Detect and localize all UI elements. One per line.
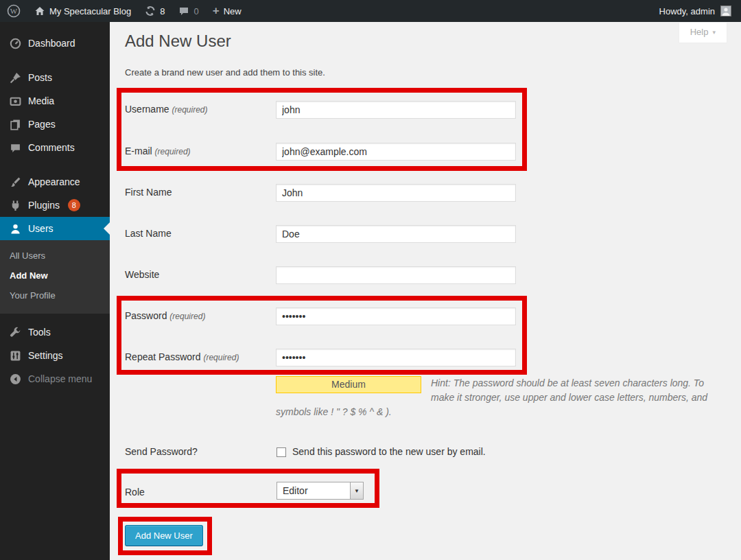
comments-link[interactable]: 0 <box>172 0 205 22</box>
plugins-update-badge: 8 <box>68 199 80 211</box>
sidebar-item-settings[interactable]: Settings <box>0 344 110 367</box>
howdy-label: Howdy, admin <box>659 6 715 16</box>
sidebar-item-dashboard[interactable]: Dashboard <box>0 32 110 55</box>
paintbrush-icon <box>10 176 21 188</box>
help-label: Help <box>690 27 709 37</box>
avatar <box>720 5 731 16</box>
add-new-user-button[interactable]: Add New User <box>125 525 203 546</box>
sidebar-label: Media <box>28 95 54 106</box>
sidebar-item-plugins[interactable]: Plugins 8 <box>0 194 110 217</box>
first-name-label: First Name <box>125 187 172 198</box>
role-label: Role <box>125 487 145 498</box>
send-password-label: Send Password? <box>125 446 198 457</box>
password-input[interactable] <box>276 307 516 325</box>
sidebar-label: Users <box>28 223 54 234</box>
sidebar-label: Collapse menu <box>28 373 92 384</box>
sidebar-item-comments[interactable]: Comments <box>0 136 110 159</box>
sidebar-label: Pages <box>28 119 56 130</box>
username-label: Username (required) <box>125 104 208 115</box>
submenu-item-all-users[interactable]: All Users <box>0 246 110 266</box>
first-name-input[interactable] <box>276 184 516 202</box>
comments-icon <box>10 142 21 154</box>
collapse-icon <box>10 373 21 385</box>
sidebar-item-collapse-menu[interactable]: Collapse menu <box>0 367 110 390</box>
sidebar-label: Posts <box>28 72 52 83</box>
wrench-icon <box>10 327 21 338</box>
pages-icon <box>10 119 21 130</box>
updates-icon <box>145 5 156 16</box>
email-input[interactable] <box>276 143 516 161</box>
users-submenu: All Users Add New Your Profile <box>0 240 110 314</box>
pushpin-icon <box>10 72 21 84</box>
email-label: E-mail (required) <box>125 145 191 156</box>
role-selected-value: Editor <box>277 485 350 496</box>
new-label: New <box>224 6 242 16</box>
username-input[interactable] <box>276 101 516 119</box>
wordpress-admin-page: W My Spectacular Blog 8 0 <box>0 0 741 560</box>
submenu-item-add-new[interactable]: Add New <box>0 266 110 285</box>
password-hint-area: Medium Hint: The password should be at l… <box>276 376 715 419</box>
wordpress-logo-menu[interactable]: W <box>0 0 27 22</box>
help-button[interactable]: Help ▾ <box>679 23 727 43</box>
password-strength-meter: Medium <box>276 376 421 393</box>
chevron-down-icon: ▾ <box>712 29 716 36</box>
admin-bar: W My Spectacular Blog 8 0 <box>0 0 741 22</box>
submenu-item-your-profile[interactable]: Your Profile <box>0 285 110 305</box>
account-menu[interactable]: Howdy, admin <box>659 5 741 16</box>
repeat-password-input[interactable] <box>276 349 516 366</box>
send-password-checkbox[interactable] <box>277 447 286 457</box>
last-name-input[interactable] <box>276 225 516 243</box>
page-subtitle: Create a brand new user and add them to … <box>125 67 325 78</box>
wordpress-logo-icon: W <box>7 4 21 18</box>
comment-count: 0 <box>193 6 198 16</box>
password-label: Password (required) <box>125 310 205 321</box>
site-name-link[interactable]: My Spectacular Blog <box>27 0 138 22</box>
media-icon <box>10 95 21 107</box>
sidebar-item-tools[interactable]: Tools <box>0 320 110 344</box>
plug-icon <box>10 200 21 211</box>
sidebar-label: Comments <box>28 142 75 153</box>
sidebar-label: Settings <box>28 350 63 361</box>
updates-link[interactable]: 8 <box>138 0 172 22</box>
sidebar-label: Tools <box>28 327 51 338</box>
comment-bubble-icon <box>178 5 189 16</box>
sidebar-label: Dashboard <box>28 38 75 49</box>
dashboard-icon <box>10 38 21 49</box>
send-password-checkbox-label[interactable]: Send this password to the new user by em… <box>292 446 486 457</box>
user-icon <box>10 223 21 235</box>
sidebar-item-posts[interactable]: Posts <box>0 66 110 89</box>
role-select[interactable]: Editor ▼ <box>277 482 364 500</box>
home-icon <box>34 5 45 16</box>
site-name-label: My Spectacular Blog <box>49 6 131 16</box>
new-content-menu[interactable]: + New <box>206 0 248 22</box>
admin-sidebar: Dashboard Posts Media Pages Comments <box>0 22 110 560</box>
update-count: 8 <box>160 6 165 16</box>
select-arrow-icon: ▼ <box>350 482 363 499</box>
repeat-password-label: Repeat Password (required) <box>125 351 239 362</box>
page-title: Add New User <box>125 32 231 51</box>
svg-text:W: W <box>10 7 18 15</box>
sliders-icon <box>10 350 21 362</box>
sidebar-item-users[interactable]: Users <box>0 217 110 240</box>
plus-icon: + <box>213 4 220 18</box>
active-menu-arrow <box>104 222 110 235</box>
sidebar-item-pages[interactable]: Pages <box>0 113 110 136</box>
main-content: Help ▾ Add New User Create a brand new u… <box>110 22 741 560</box>
sidebar-label: Plugins <box>28 200 60 211</box>
sidebar-item-media[interactable]: Media <box>0 89 110 113</box>
sidebar-label: Appearance <box>28 176 80 187</box>
website-input[interactable] <box>276 266 516 284</box>
website-label: Website <box>125 269 159 280</box>
last-name-label: Last Name <box>125 228 172 239</box>
sidebar-item-appearance[interactable]: Appearance <box>0 170 110 194</box>
